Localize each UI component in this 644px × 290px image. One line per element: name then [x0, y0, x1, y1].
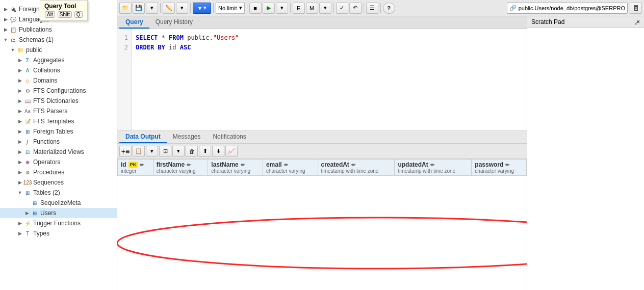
col-type-firstName: character varying: [157, 168, 205, 174]
label-types: Types: [33, 230, 49, 237]
label-foreign-data: Foreign Data Wrappers: [19, 6, 83, 13]
macros-btn[interactable]: ☰: [366, 3, 378, 14]
sidebar-item-tables[interactable]: ▼⊞Tables (2): [0, 188, 117, 198]
toggle-languages: ▶: [2, 17, 9, 22]
limit-label: No limit: [218, 5, 237, 11]
icon-public: 📁: [16, 46, 24, 54]
edit-dropdown-btn[interactable]: ▾: [176, 3, 188, 14]
icon-languages: 💬: [9, 15, 17, 23]
scratch-pad-panel: Scratch Pad ×: [527, 16, 644, 290]
sidebar-item-fts-config[interactable]: ▶⚙FTS Configurations: [0, 86, 117, 96]
col-name-updatedAt: updatedAt✏: [398, 161, 468, 168]
icon-fts-config: ⚙: [23, 87, 32, 95]
sidebar-item-types[interactable]: ▶TTypes: [0, 228, 117, 239]
expand-editor-icon[interactable]: ⤢: [634, 18, 640, 27]
sidebar-item-foreign-data[interactable]: ▶🔌Foreign Data Wrappers: [0, 4, 117, 14]
filter-btn[interactable]: ▼ ▾: [193, 3, 211, 14]
edit-icon-password[interactable]: ✏: [505, 162, 509, 168]
tab-messages[interactable]: Messages: [167, 131, 207, 143]
analyze-btn[interactable]: M: [306, 3, 318, 14]
sidebar-item-publications[interactable]: ▶📋Publications: [0, 24, 117, 35]
run-btn[interactable]: ▶: [263, 3, 275, 14]
sidebar-item-fts-parsers[interactable]: ▶AaFTS Parsers: [0, 106, 117, 116]
kw-order: ORDER BY: [136, 44, 165, 51]
sidebar-item-languages[interactable]: ▶💬Languages: [0, 14, 117, 24]
copy-btn[interactable]: 📋: [133, 146, 145, 157]
edit-icon-firstName[interactable]: ✏: [187, 162, 191, 168]
upload-btn[interactable]: ⬆: [199, 146, 211, 157]
sql-content[interactable]: SELECT * FROM public."Users" ORDER BY id…: [132, 29, 527, 130]
sidebar-item-schemas[interactable]: ▼🗂Schemas (1): [0, 35, 117, 45]
save-dropdown-btn[interactable]: ▾: [146, 3, 158, 14]
sidebar-item-operators[interactable]: ▶⊕Operators: [0, 157, 117, 167]
connection-path[interactable]: 🔗 public.Users/node_db/postgres@SERPRO: [507, 3, 628, 14]
toggle-mat-views: ▶: [16, 149, 23, 154]
icon-foreign-tables: ⊞: [23, 127, 32, 136]
data-table: idPK✏integerfirstName✏character varyingl…: [117, 159, 527, 176]
sidebar-item-mat-views[interactable]: ▶⊡Materialized Views: [0, 147, 117, 157]
sql-editor[interactable]: 1 2 SELECT * FROM public."Users" ORDER B…: [117, 29, 527, 131]
sidebar-item-users[interactable]: ▶⊞Users: [0, 208, 117, 218]
add-row-btn[interactable]: +≡: [119, 146, 132, 157]
sep5: [290, 3, 291, 13]
help-btn[interactable]: ?: [383, 3, 395, 14]
sep4: [247, 3, 247, 13]
delete-btn[interactable]: 🗑: [186, 146, 198, 157]
sidebar-item-sequelize-meta[interactable]: ⊞SequelizeMeta: [0, 198, 117, 208]
sidebar-item-public[interactable]: ▼📁public: [0, 45, 117, 55]
edit-icon-updatedAt[interactable]: ✏: [430, 162, 434, 168]
tab-query-history[interactable]: Query History: [149, 16, 199, 29]
paste-btn[interactable]: ⊡: [159, 146, 171, 157]
explain-btn[interactable]: E: [293, 3, 305, 14]
edit-icon-createdAt[interactable]: ✏: [351, 162, 355, 168]
stop-btn[interactable]: ■: [249, 3, 262, 14]
sidebar-item-sequences[interactable]: ▶123Sequences: [0, 177, 117, 188]
edit-icon-id[interactable]: ✏: [140, 162, 144, 168]
edit-icon-email[interactable]: ✏: [284, 162, 288, 168]
sidebar-item-domains[interactable]: ▶◇Domains: [0, 75, 117, 86]
sidebar-item-functions[interactable]: ▶ƒFunctions: [0, 137, 117, 147]
col-name-text-lastName: lastName: [211, 161, 238, 168]
rollback-btn[interactable]: ↶: [349, 3, 362, 14]
limit-selector[interactable]: No limit ▾: [216, 3, 245, 14]
toggle-operators: ▶: [16, 160, 23, 165]
pk-badge-id: PK: [128, 162, 138, 168]
sidebar-item-aggregates[interactable]: ▶ΣAggregates: [0, 55, 117, 65]
edit-icon-lastName[interactable]: ✏: [241, 162, 245, 168]
data-table-container[interactable]: idPK✏integerfirstName✏character varyingl…: [117, 159, 527, 290]
sidebar-item-foreign-tables[interactable]: ▶⊞Foreign Tables: [0, 126, 117, 137]
sidebar-item-collations[interactable]: ▶ACollations: [0, 65, 117, 75]
sql-table: public."Users": [187, 34, 239, 41]
sidebar-item-fts-dict[interactable]: ▶📖FTS Dictionaries: [0, 96, 117, 106]
commit-btn[interactable]: ✓: [336, 3, 348, 14]
scratch-content[interactable]: [527, 28, 644, 290]
icon-schemas: 🗂: [9, 36, 17, 44]
db-icon-btn[interactable]: 🗄: [630, 3, 642, 14]
paste-dropdown[interactable]: ▾: [172, 146, 185, 157]
label-languages: Languages: [19, 16, 49, 23]
download-btn[interactable]: ⬇: [212, 146, 224, 157]
sidebar-item-procedures[interactable]: ▶⚙Procedures: [0, 167, 117, 177]
label-publications: Publications: [19, 26, 52, 33]
scratch-pad-header: Scratch Pad ×: [527, 16, 644, 28]
save-btn[interactable]: 💾: [133, 3, 145, 14]
tab-query[interactable]: Query: [119, 16, 149, 29]
analyze-dropdown[interactable]: ▾: [319, 3, 331, 14]
results-panel: Data Output Messages Notifications +≡ 📋 …: [117, 131, 527, 290]
chart-btn[interactable]: 📈: [225, 146, 238, 157]
edit-btn[interactable]: ✏️: [163, 3, 175, 14]
toggle-sequences: ▶: [16, 180, 23, 185]
table-head: idPK✏integerfirstName✏character varyingl…: [118, 160, 527, 176]
svg-point-0: [117, 218, 527, 269]
label-operators: Operators: [33, 159, 60, 166]
tab-data-output[interactable]: Data Output: [119, 131, 167, 143]
toggle-types: ▶: [16, 231, 23, 236]
col-name-text-firstName: firstName: [157, 161, 185, 168]
sidebar-item-fts-templates[interactable]: ▶📝FTS Templates: [0, 116, 117, 126]
run-dropdown[interactable]: ▾: [276, 3, 288, 14]
sidebar-item-trigger-funcs[interactable]: ▶⚡Trigger Functions: [0, 218, 117, 228]
copy-dropdown[interactable]: ▾: [146, 146, 158, 157]
tab-notifications[interactable]: Notifications: [207, 131, 252, 143]
icon-collations: A: [23, 66, 32, 74]
folder-btn[interactable]: 📁: [119, 3, 132, 14]
